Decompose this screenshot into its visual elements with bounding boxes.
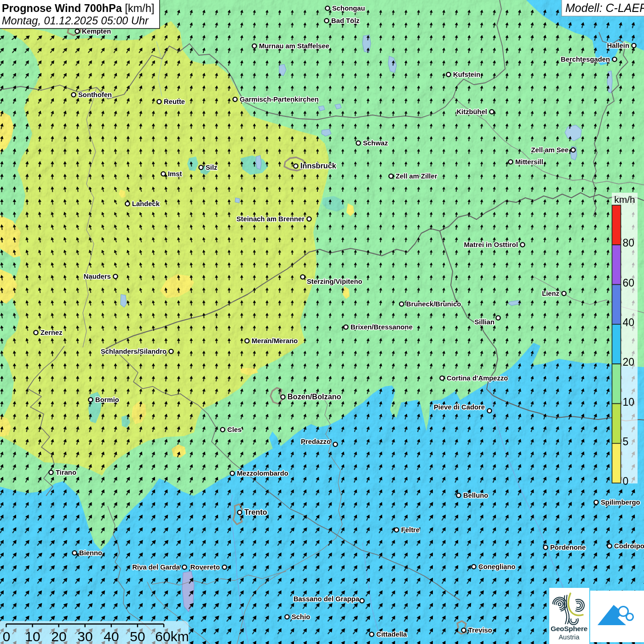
svg-text:5: 5	[623, 436, 629, 448]
svg-text:Landeck: Landeck	[132, 200, 160, 207]
svg-text:Belluno: Belluno	[463, 492, 488, 499]
svg-text:Steinach am Brenner: Steinach am Brenner	[236, 215, 305, 223]
svg-text:Lienz: Lienz	[542, 290, 559, 297]
svg-text:Bassano del Grappa: Bassano del Grappa	[293, 595, 360, 603]
svg-text:Sterzing/Vipiteno: Sterzing/Vipiteno	[307, 278, 362, 285]
svg-text:Schongau: Schongau	[332, 5, 365, 12]
svg-text:40: 40	[104, 629, 119, 644]
svg-text:Bozen/Bolzano: Bozen/Bolzano	[288, 392, 341, 401]
svg-text:Hallein: Hallein	[607, 42, 629, 49]
svg-text:Cortina d'Ampezzo: Cortina d'Ampezzo	[447, 374, 508, 382]
svg-text:Pordenone: Pordenone	[550, 544, 586, 551]
svg-text:60km: 60km	[155, 629, 189, 644]
svg-text:Trento: Trento	[244, 508, 267, 516]
svg-text:Austria: Austria	[558, 633, 580, 641]
svg-text:Feltre: Feltre	[401, 526, 420, 534]
svg-text:Spilimbergo: Spilimbergo	[601, 499, 640, 506]
svg-text:Sonthofen: Sonthofen	[78, 91, 112, 98]
svg-text:Zernez: Zernez	[40, 329, 63, 336]
svg-text:Imst: Imst	[168, 170, 182, 178]
svg-text:Innsbruck: Innsbruck	[300, 161, 337, 170]
svg-text:Kitzbühel: Kitzbühel	[456, 108, 487, 115]
svg-text:Rovereto: Rovereto	[190, 564, 220, 571]
svg-text:60: 60	[623, 277, 635, 289]
svg-text:Schio: Schio	[292, 613, 310, 621]
svg-text:Pieve di Cadore: Pieve di Cadore	[434, 403, 485, 411]
svg-text:Conegliano: Conegliano	[478, 563, 516, 570]
svg-text:Bruneck/Brunico: Bruneck/Brunico	[406, 300, 461, 308]
svg-text:Bad Tölz: Bad Tölz	[331, 17, 360, 24]
svg-text:km/h: km/h	[614, 194, 635, 205]
svg-text:Codroipo: Codroipo	[614, 542, 644, 550]
svg-text:Bormio: Bormio	[95, 396, 119, 403]
svg-text:Prognose Wind 700hPa [km/h]: Prognose Wind 700hPa [km/h]	[2, 2, 154, 14]
svg-text:Matrei in Osttirol: Matrei in Osttirol	[464, 241, 518, 248]
svg-text:Tirano: Tirano	[56, 469, 76, 476]
svg-text:Meran/Merano: Meran/Merano	[252, 337, 298, 345]
svg-text:Riva del Garda: Riva del Garda	[132, 564, 180, 571]
svg-text:Reutte: Reutte	[164, 98, 185, 105]
svg-text:GeoSphere: GeoSphere	[551, 625, 588, 632]
svg-text:0: 0	[623, 475, 629, 487]
svg-text:Garmisch-Partenkirchen: Garmisch-Partenkirchen	[240, 96, 319, 103]
svg-text:Treviso: Treviso	[468, 627, 492, 634]
svg-text:Schlanders/Silandro: Schlanders/Silandro	[101, 348, 167, 355]
svg-text:20: 20	[51, 629, 66, 644]
svg-text:Sillian: Sillian	[474, 318, 494, 326]
svg-text:0: 0	[3, 629, 11, 644]
svg-text:Brixen/Bressanone: Brixen/Bressanone	[351, 323, 413, 331]
svg-text:Schwaz: Schwaz	[363, 139, 388, 147]
svg-text:Bienno: Bienno	[79, 549, 102, 557]
svg-text:40: 40	[623, 316, 635, 328]
svg-text:Mittersill: Mittersill	[515, 158, 543, 166]
svg-text:Zell am See: Zell am See	[531, 146, 569, 154]
svg-text:Berchtesgaden: Berchtesgaden	[561, 56, 610, 63]
svg-text:20: 20	[623, 356, 635, 368]
svg-text:30: 30	[77, 629, 92, 644]
svg-text:Silz: Silz	[206, 164, 218, 171]
svg-text:Montag, 01.12.2025 05:00 Uhr: Montag, 01.12.2025 05:00 Uhr	[2, 15, 149, 27]
svg-text:Predazzo: Predazzo	[301, 438, 331, 445]
svg-text:Modell: C-LAEF: Modell: C-LAEF	[565, 1, 644, 14]
svg-text:Kufstein: Kufstein	[453, 71, 480, 78]
svg-text:Murnau am Staffelsee: Murnau am Staffelsee	[259, 42, 329, 50]
svg-text:80: 80	[623, 237, 635, 249]
svg-text:10: 10	[623, 396, 635, 408]
svg-text:Cittadella: Cittadella	[376, 631, 407, 638]
svg-text:50: 50	[130, 629, 145, 644]
svg-text:Cles: Cles	[227, 426, 242, 433]
svg-text:10: 10	[25, 629, 40, 644]
svg-text:Nauders: Nauders	[84, 273, 111, 280]
svg-text:Mezzolombardo: Mezzolombardo	[237, 470, 288, 477]
svg-text:Zell am Ziller: Zell am Ziller	[396, 172, 437, 180]
